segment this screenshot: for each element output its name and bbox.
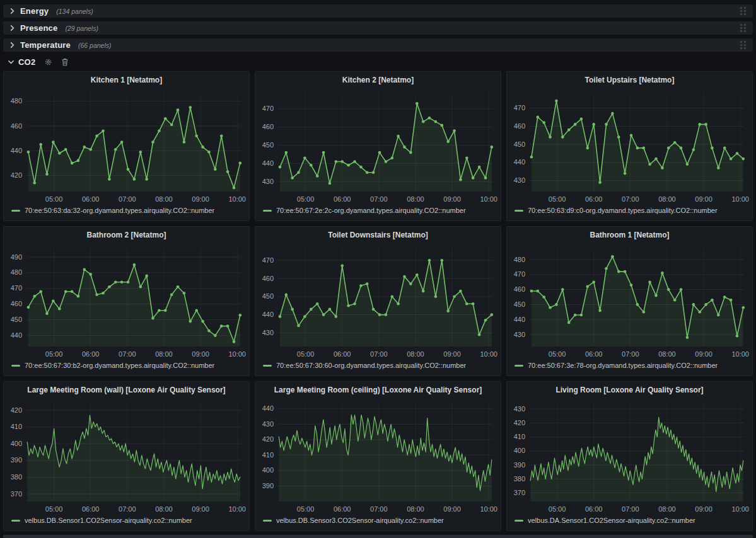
svg-text:450: 450 bbox=[514, 140, 525, 148]
legend-series-label: 70:ee:50:67:2e:2c-org.dyamand.types.airq… bbox=[276, 207, 466, 214]
svg-text:10:00: 10:00 bbox=[228, 505, 246, 513]
series-color-swatch bbox=[263, 210, 272, 212]
legend-series[interactable]: velbus.DA.Sensor1.CO2Sensor-airquality.c… bbox=[507, 515, 752, 524]
svg-text:460: 460 bbox=[11, 300, 22, 307]
panel-title[interactable]: Living Room [Loxone Air Quality Sensor] bbox=[507, 382, 752, 398]
svg-text:450: 450 bbox=[514, 300, 525, 308]
legend-series[interactable]: 70:ee:50:63:d9:c0-org.dyamand.types.airq… bbox=[507, 205, 752, 214]
time-series-chart[interactable]: 39040041042043044005:0006:0007:0008:0009… bbox=[255, 398, 501, 515]
svg-text:10:00: 10:00 bbox=[480, 350, 497, 358]
svg-text:430: 430 bbox=[262, 420, 274, 428]
legend-series[interactable]: 70:ee:50:67:30:b2-org.dyamand.types.airq… bbox=[4, 360, 249, 369]
drag-handle-icon[interactable] bbox=[740, 40, 747, 50]
svg-text:06:00: 06:00 bbox=[334, 350, 351, 358]
svg-text:06:00: 06:00 bbox=[82, 195, 100, 203]
drag-handle-icon[interactable] bbox=[740, 6, 747, 16]
series-color-swatch bbox=[515, 520, 523, 522]
svg-text:410: 410 bbox=[11, 423, 22, 430]
svg-text:09:00: 09:00 bbox=[192, 195, 209, 203]
svg-text:09:00: 09:00 bbox=[443, 195, 461, 203]
row-title: CO2 bbox=[18, 57, 35, 67]
time-series-chart[interactable]: 44045046047048049005:0006:0007:0008:0009… bbox=[4, 243, 249, 360]
svg-text:460: 460 bbox=[514, 122, 525, 130]
panel: Kitchen 2 [Netatmo] 43044045046047005:00… bbox=[255, 71, 501, 221]
svg-text:450: 450 bbox=[11, 316, 22, 323]
time-series-chart[interactable]: 37038039040041042005:0006:0007:0008:0009… bbox=[4, 398, 249, 515]
panel-title[interactable]: Large Meeting Room (ceiling) [Loxone Air… bbox=[255, 382, 501, 398]
svg-text:08:00: 08:00 bbox=[658, 195, 676, 203]
legend-series-label: 70:ee:50:63:d9:c0-org.dyamand.types.airq… bbox=[528, 207, 718, 214]
svg-text:380: 380 bbox=[514, 475, 525, 483]
trash-icon[interactable] bbox=[61, 58, 69, 66]
legend-series[interactable]: 70:ee:50:67:30:60-org.dyamand.types.airq… bbox=[255, 360, 501, 369]
svg-text:440: 440 bbox=[262, 159, 274, 167]
svg-text:10:00: 10:00 bbox=[228, 195, 246, 203]
svg-text:09:00: 09:00 bbox=[695, 505, 712, 513]
drag-handle-icon[interactable] bbox=[740, 23, 747, 33]
panel: Toilet Upstairs [Netatmo] 43044045046047… bbox=[506, 71, 753, 221]
gear-icon[interactable] bbox=[44, 58, 52, 66]
svg-text:420: 420 bbox=[514, 419, 525, 426]
panel-title[interactable]: Toilet Downstairs [Netatmo] bbox=[255, 227, 501, 243]
svg-text:410: 410 bbox=[262, 451, 274, 459]
chevron-right-icon bbox=[9, 8, 15, 14]
svg-text:430: 430 bbox=[262, 329, 274, 336]
series-color-swatch bbox=[11, 520, 20, 522]
time-series-chart[interactable]: 42044046048005:0006:0007:0008:0009:0010:… bbox=[4, 88, 249, 205]
time-series-chart[interactable]: 43044045046047048005:0006:0007:0008:0009… bbox=[507, 243, 752, 360]
panel-title[interactable]: Toilet Upstairs [Netatmo] bbox=[507, 72, 752, 88]
legend-series[interactable]: velbus.DB.Sensor1.CO2Sensor-airquality.c… bbox=[4, 515, 249, 524]
svg-text:420: 420 bbox=[11, 406, 22, 414]
svg-text:470: 470 bbox=[262, 256, 274, 264]
panel-title[interactable]: Large Meeting Room (wall) [Loxone Air Qu… bbox=[4, 382, 249, 398]
svg-text:09:00: 09:00 bbox=[443, 505, 461, 513]
svg-text:460: 460 bbox=[514, 285, 525, 293]
legend-series[interactable]: velbus.DB.Sensor3.CO2Sensor-airquality.c… bbox=[255, 515, 501, 524]
svg-text:08:00: 08:00 bbox=[155, 505, 173, 513]
legend-series[interactable]: 70:ee:50:67:2e:2c-org.dyamand.types.airq… bbox=[255, 205, 501, 214]
panel-title[interactable]: Kitchen 1 [Netatmo] bbox=[4, 72, 249, 88]
svg-text:06:00: 06:00 bbox=[585, 505, 603, 513]
row-panel-count: (29 panels) bbox=[65, 25, 98, 32]
svg-text:470: 470 bbox=[11, 284, 22, 292]
svg-text:440: 440 bbox=[262, 404, 274, 412]
panel-title[interactable]: Bathroom 2 [Netatmo] bbox=[4, 227, 249, 243]
svg-text:09:00: 09:00 bbox=[192, 505, 209, 513]
panel: Bathroom 1 [Netatmo] 4304404504604704800… bbox=[506, 226, 753, 376]
panels-grid: Kitchen 1 [Netatmo] 42044046048005:0006:… bbox=[3, 71, 753, 531]
legend-series[interactable]: 70:ee:50:67:3e:78-org.dyamand.types.airq… bbox=[507, 360, 752, 369]
series-color-swatch bbox=[515, 210, 523, 212]
panel: Bathroom 2 [Netatmo] 4404504604704804900… bbox=[3, 226, 250, 376]
panel: Living Room [Loxone Air Quality Sensor] … bbox=[506, 381, 753, 531]
svg-text:09:00: 09:00 bbox=[192, 350, 209, 358]
svg-text:05:00: 05:00 bbox=[297, 350, 315, 358]
row-temperature[interactable]: Temperature (66 panels) bbox=[3, 38, 753, 52]
time-series-chart[interactable]: 43044045046047005:0006:0007:0008:0009:00… bbox=[255, 243, 501, 360]
legend-series[interactable]: 70:ee:50:63:da:32-org.dyamand.types.airq… bbox=[4, 205, 249, 214]
time-series-chart[interactable]: 43044045046047005:0006:0007:0008:0009:00… bbox=[507, 88, 752, 205]
svg-text:480: 480 bbox=[11, 268, 22, 276]
svg-text:460: 460 bbox=[262, 123, 274, 130]
svg-text:07:00: 07:00 bbox=[370, 505, 388, 513]
row-energy[interactable]: Energy (134 panels) bbox=[3, 4, 753, 18]
panel-title[interactable]: Bathroom 1 [Netatmo] bbox=[507, 227, 752, 243]
row-co2[interactable]: CO2 bbox=[3, 55, 753, 68]
svg-text:420: 420 bbox=[262, 435, 274, 443]
svg-text:05:00: 05:00 bbox=[45, 195, 63, 203]
series-color-swatch bbox=[11, 210, 20, 212]
time-series-chart[interactable]: 43044045046047005:0006:0007:0008:0009:00… bbox=[255, 88, 501, 205]
panel-title[interactable]: Kitchen 2 [Netatmo] bbox=[255, 72, 501, 88]
next-row-partial[interactable] bbox=[3, 535, 753, 538]
svg-text:470: 470 bbox=[514, 270, 525, 278]
time-series-chart[interactable]: 37038039040041042043005:0006:0007:0008:0… bbox=[507, 398, 752, 515]
svg-text:07:00: 07:00 bbox=[370, 195, 388, 203]
svg-text:430: 430 bbox=[262, 178, 274, 185]
legend-series-label: velbus.DB.Sensor3.CO2Sensor-airquality.c… bbox=[276, 517, 444, 524]
svg-text:07:00: 07:00 bbox=[622, 350, 639, 358]
svg-text:09:00: 09:00 bbox=[695, 195, 712, 203]
svg-text:05:00: 05:00 bbox=[45, 505, 63, 513]
svg-text:05:00: 05:00 bbox=[297, 195, 315, 203]
svg-text:450: 450 bbox=[262, 141, 274, 149]
row-presence[interactable]: Presence (29 panels) bbox=[3, 21, 753, 35]
svg-text:07:00: 07:00 bbox=[622, 195, 639, 203]
